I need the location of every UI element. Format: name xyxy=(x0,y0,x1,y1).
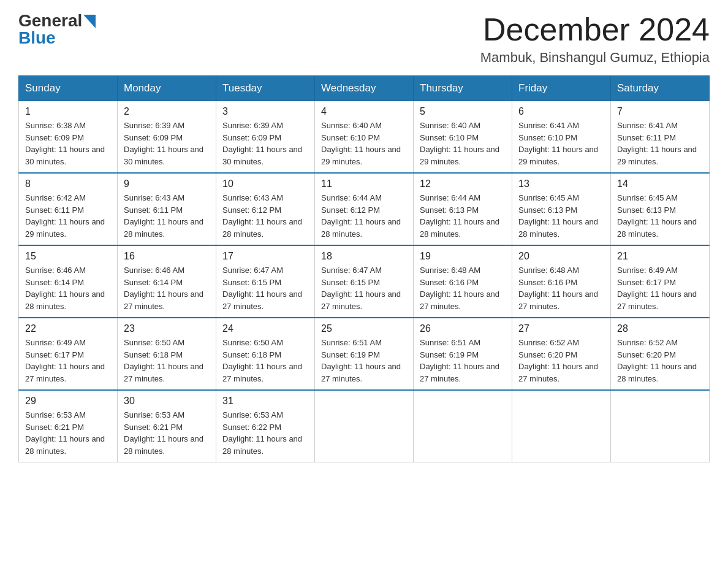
day-cell-30: 30 Sunrise: 6:53 AMSunset: 6:21 PMDaylig… xyxy=(118,390,216,462)
day-info: Sunrise: 6:49 AMSunset: 6:17 PMDaylight:… xyxy=(617,266,697,311)
day-cell-10: 10 Sunrise: 6:43 AMSunset: 6:12 PMDaylig… xyxy=(216,173,315,245)
logo-blue: Blue xyxy=(18,29,56,47)
day-number: 11 xyxy=(321,178,407,190)
title-area: December 2024 Mambuk, Binshangul Gumuz, … xyxy=(480,12,710,66)
day-cell-28: 28 Sunrise: 6:52 AMSunset: 6:20 PMDaylig… xyxy=(611,318,710,390)
day-info: Sunrise: 6:44 AMSunset: 6:13 PMDaylight:… xyxy=(420,193,499,239)
week-row-3: 15 Sunrise: 6:46 AMSunset: 6:14 PMDaylig… xyxy=(19,245,710,318)
day-number: 4 xyxy=(321,106,407,117)
logo: General Blue xyxy=(18,12,96,47)
day-cell-26: 26 Sunrise: 6:51 AMSunset: 6:19 PMDaylig… xyxy=(414,318,512,390)
day-number: 10 xyxy=(222,178,308,190)
empty-cell xyxy=(512,390,611,462)
day-info: Sunrise: 6:48 AMSunset: 6:16 PMDaylight:… xyxy=(518,266,598,311)
weekday-header-monday: Monday xyxy=(118,76,216,101)
day-cell-14: 14 Sunrise: 6:45 AMSunset: 6:13 PMDaylig… xyxy=(611,173,710,245)
day-number: 27 xyxy=(518,323,604,334)
day-cell-2: 2 Sunrise: 6:39 AMSunset: 6:09 PMDayligh… xyxy=(118,101,216,174)
day-cell-3: 3 Sunrise: 6:39 AMSunset: 6:09 PMDayligh… xyxy=(216,101,315,174)
empty-cell xyxy=(414,390,512,462)
day-info: Sunrise: 6:52 AMSunset: 6:20 PMDaylight:… xyxy=(617,338,697,383)
day-cell-6: 6 Sunrise: 6:41 AMSunset: 6:10 PMDayligh… xyxy=(512,101,611,174)
location-subtitle: Mambuk, Binshangul Gumuz, Ethiopia xyxy=(480,50,710,66)
day-number: 14 xyxy=(617,178,703,190)
weekday-header-tuesday: Tuesday xyxy=(216,76,315,101)
day-number: 26 xyxy=(420,323,506,334)
day-info: Sunrise: 6:43 AMSunset: 6:12 PMDaylight:… xyxy=(222,193,302,239)
week-row-5: 29 Sunrise: 6:53 AMSunset: 6:21 PMDaylig… xyxy=(19,390,710,462)
day-info: Sunrise: 6:40 AMSunset: 6:10 PMDaylight:… xyxy=(321,121,401,166)
day-cell-15: 15 Sunrise: 6:46 AMSunset: 6:14 PMDaylig… xyxy=(19,245,118,318)
day-cell-19: 19 Sunrise: 6:48 AMSunset: 6:16 PMDaylig… xyxy=(414,245,512,318)
day-cell-27: 27 Sunrise: 6:52 AMSunset: 6:20 PMDaylig… xyxy=(512,318,611,390)
day-number: 5 xyxy=(420,106,506,117)
day-cell-12: 12 Sunrise: 6:44 AMSunset: 6:13 PMDaylig… xyxy=(414,173,512,245)
day-cell-22: 22 Sunrise: 6:49 AMSunset: 6:17 PMDaylig… xyxy=(19,318,118,390)
weekday-header-friday: Friday xyxy=(512,76,611,101)
day-info: Sunrise: 6:49 AMSunset: 6:17 PMDaylight:… xyxy=(25,338,105,383)
day-cell-8: 8 Sunrise: 6:42 AMSunset: 6:11 PMDayligh… xyxy=(19,173,118,245)
day-info: Sunrise: 6:51 AMSunset: 6:19 PMDaylight:… xyxy=(321,338,401,383)
day-info: Sunrise: 6:43 AMSunset: 6:11 PMDaylight:… xyxy=(124,193,203,239)
day-cell-21: 21 Sunrise: 6:49 AMSunset: 6:17 PMDaylig… xyxy=(611,245,710,318)
day-number: 8 xyxy=(25,178,111,190)
day-info: Sunrise: 6:44 AMSunset: 6:12 PMDaylight:… xyxy=(321,193,401,239)
day-info: Sunrise: 6:41 AMSunset: 6:10 PMDaylight:… xyxy=(518,121,598,166)
day-number: 18 xyxy=(321,251,407,262)
empty-cell xyxy=(315,390,414,462)
day-info: Sunrise: 6:39 AMSunset: 6:09 PMDaylight:… xyxy=(124,121,203,166)
day-info: Sunrise: 6:47 AMSunset: 6:15 PMDaylight:… xyxy=(321,266,401,311)
calendar-table: SundayMondayTuesdayWednesdayThursdayFrid… xyxy=(18,75,710,462)
day-info: Sunrise: 6:42 AMSunset: 6:11 PMDaylight:… xyxy=(25,193,105,239)
day-info: Sunrise: 6:51 AMSunset: 6:19 PMDaylight:… xyxy=(420,338,499,383)
day-info: Sunrise: 6:40 AMSunset: 6:10 PMDaylight:… xyxy=(420,121,499,166)
day-info: Sunrise: 6:39 AMSunset: 6:09 PMDaylight:… xyxy=(222,121,302,166)
day-number: 19 xyxy=(420,251,506,262)
weekday-header-row: SundayMondayTuesdayWednesdayThursdayFrid… xyxy=(19,76,710,101)
page-header: General Blue December 2024 Mambuk, Binsh… xyxy=(18,12,710,66)
day-info: Sunrise: 6:53 AMSunset: 6:21 PMDaylight:… xyxy=(124,410,203,456)
day-number: 17 xyxy=(222,251,308,262)
day-number: 21 xyxy=(617,251,703,262)
day-cell-9: 9 Sunrise: 6:43 AMSunset: 6:11 PMDayligh… xyxy=(118,173,216,245)
day-number: 20 xyxy=(518,251,604,262)
week-row-1: 1 Sunrise: 6:38 AMSunset: 6:09 PMDayligh… xyxy=(19,101,710,174)
day-number: 6 xyxy=(518,106,604,117)
day-cell-4: 4 Sunrise: 6:40 AMSunset: 6:10 PMDayligh… xyxy=(315,101,414,174)
day-cell-20: 20 Sunrise: 6:48 AMSunset: 6:16 PMDaylig… xyxy=(512,245,611,318)
day-number: 25 xyxy=(321,323,407,334)
day-number: 2 xyxy=(124,106,210,117)
day-number: 31 xyxy=(222,396,308,407)
empty-cell xyxy=(611,390,710,462)
day-info: Sunrise: 6:50 AMSunset: 6:18 PMDaylight:… xyxy=(222,338,302,383)
day-cell-5: 5 Sunrise: 6:40 AMSunset: 6:10 PMDayligh… xyxy=(414,101,512,174)
day-info: Sunrise: 6:38 AMSunset: 6:09 PMDaylight:… xyxy=(25,121,105,166)
day-cell-11: 11 Sunrise: 6:44 AMSunset: 6:12 PMDaylig… xyxy=(315,173,414,245)
day-info: Sunrise: 6:46 AMSunset: 6:14 PMDaylight:… xyxy=(25,266,105,311)
week-row-2: 8 Sunrise: 6:42 AMSunset: 6:11 PMDayligh… xyxy=(19,173,710,245)
day-cell-1: 1 Sunrise: 6:38 AMSunset: 6:09 PMDayligh… xyxy=(19,101,118,174)
day-info: Sunrise: 6:47 AMSunset: 6:15 PMDaylight:… xyxy=(222,266,302,311)
day-number: 1 xyxy=(25,106,111,117)
logo-triangle-icon xyxy=(83,15,96,28)
day-number: 28 xyxy=(617,323,703,334)
day-info: Sunrise: 6:45 AMSunset: 6:13 PMDaylight:… xyxy=(617,193,697,239)
day-number: 29 xyxy=(25,396,111,407)
day-info: Sunrise: 6:52 AMSunset: 6:20 PMDaylight:… xyxy=(518,338,598,383)
day-number: 7 xyxy=(617,106,703,117)
month-title: December 2024 xyxy=(480,12,710,47)
day-cell-25: 25 Sunrise: 6:51 AMSunset: 6:19 PMDaylig… xyxy=(315,318,414,390)
day-number: 3 xyxy=(222,106,308,117)
day-cell-24: 24 Sunrise: 6:50 AMSunset: 6:18 PMDaylig… xyxy=(216,318,315,390)
day-number: 12 xyxy=(420,178,506,190)
day-cell-31: 31 Sunrise: 6:53 AMSunset: 6:22 PMDaylig… xyxy=(216,390,315,462)
day-number: 24 xyxy=(222,323,308,334)
weekday-header-wednesday: Wednesday xyxy=(315,76,414,101)
logo-general: General xyxy=(18,12,82,29)
day-info: Sunrise: 6:46 AMSunset: 6:14 PMDaylight:… xyxy=(124,266,203,311)
day-cell-7: 7 Sunrise: 6:41 AMSunset: 6:11 PMDayligh… xyxy=(611,101,710,174)
day-number: 16 xyxy=(124,251,210,262)
day-cell-17: 17 Sunrise: 6:47 AMSunset: 6:15 PMDaylig… xyxy=(216,245,315,318)
weekday-header-sunday: Sunday xyxy=(19,76,118,101)
day-info: Sunrise: 6:48 AMSunset: 6:16 PMDaylight:… xyxy=(420,266,499,311)
